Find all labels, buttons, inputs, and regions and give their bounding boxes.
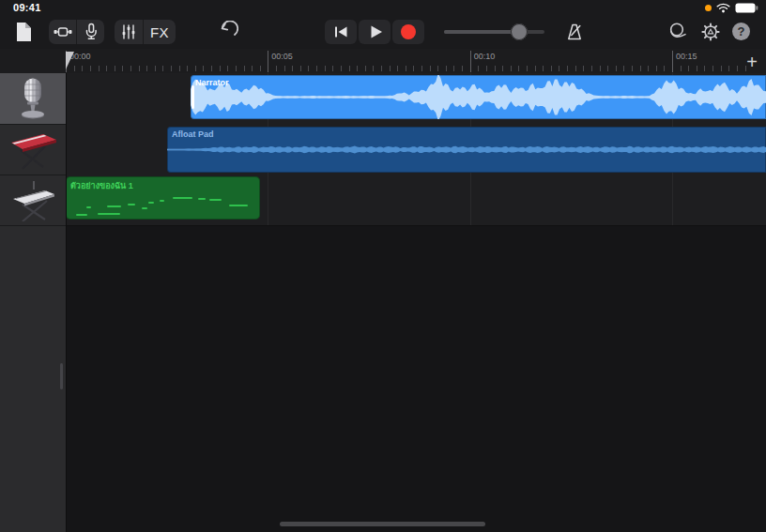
ruler-tick [349, 66, 350, 71]
ruler-tick [495, 66, 496, 71]
ruler-tick [462, 66, 463, 71]
metronome-button[interactable] [562, 20, 587, 44]
battery-icon [735, 3, 758, 13]
track-header-voice[interactable] [0, 73, 66, 125]
ruler-tick [543, 66, 544, 71]
record-button[interactable] [392, 20, 424, 44]
ruler-tick [236, 66, 237, 71]
volume-slider[interactable] [444, 30, 544, 34]
ruler-tick [478, 66, 479, 71]
region-label: Narrator [195, 78, 229, 87]
ruler-tick [203, 66, 204, 71]
ruler-tick [623, 66, 624, 71]
vertical-scrollbar[interactable] [60, 363, 63, 389]
microphone-icon [81, 22, 101, 42]
ruler-tick [591, 66, 592, 71]
help-button[interactable]: ? [732, 23, 750, 40]
gear-icon [700, 22, 721, 42]
ruler-tick [518, 66, 519, 71]
ruler-tick [600, 66, 601, 71]
play-button[interactable] [359, 20, 391, 44]
ruler-tick [292, 66, 293, 71]
playhead[interactable] [66, 52, 75, 70]
ruler-time-label: 00:10 [474, 52, 496, 61]
ruler-tick [106, 66, 107, 71]
loop-icon [666, 21, 688, 43]
ruler-tick [365, 66, 366, 71]
midi-note [98, 213, 120, 215]
track-view-button[interactable] [49, 20, 76, 44]
ruler-tick [284, 66, 285, 71]
ruler-tick [535, 66, 536, 71]
ruler-tick [146, 66, 147, 71]
undo-icon [216, 21, 238, 43]
ruler-tick [381, 66, 382, 71]
ruler-tick [575, 66, 576, 71]
track-header-keys-1[interactable] [0, 124, 66, 175]
transport-controls [325, 20, 424, 44]
midi-note [229, 205, 248, 206]
ruler-tick [430, 66, 431, 71]
sample-midi-region[interactable]: ตัวอย่างของฉัน 1 [66, 176, 260, 220]
view-mic-segmented-control [49, 20, 104, 44]
document-icon [16, 22, 32, 42]
ruler-tick [357, 66, 358, 71]
undo-button[interactable] [214, 20, 240, 44]
midi-note [107, 205, 121, 207]
ruler-tick [300, 66, 301, 71]
ruler-tick [130, 66, 131, 71]
volume-slider-fill [444, 30, 519, 34]
midi-note [142, 207, 147, 209]
time-ruler[interactable]: + 00:0000:0500:1000:15 [0, 49, 766, 74]
ruler-tick [559, 66, 559, 71]
rewind-button[interactable] [325, 20, 357, 44]
ruler-tick [82, 66, 83, 71]
track-header-keys-2[interactable] [0, 175, 66, 226]
narrator-waveform [191, 75, 766, 119]
ruler-tick [688, 66, 689, 71]
ruler-tick [187, 66, 188, 71]
ruler-tick [486, 66, 487, 71]
ruler-tick [406, 66, 406, 71]
midi-note [209, 199, 222, 201]
narrator-region[interactable]: Narrator [191, 75, 766, 119]
track-controls-button[interactable] [115, 20, 143, 44]
ruler-tick [656, 66, 657, 71]
loop-browser-button[interactable] [665, 20, 689, 44]
ruler-tick [397, 66, 398, 71]
ruler-tick [195, 66, 196, 71]
ruler-major-tick [672, 51, 673, 72]
record-icon [398, 22, 419, 42]
region-label: Afloat Pad [172, 129, 214, 139]
wifi-icon [716, 3, 730, 13]
ruler-tick [737, 66, 738, 71]
ruler-tick [502, 66, 503, 71]
horizontal-scrollbar[interactable] [280, 522, 485, 526]
ruler-tick [276, 66, 277, 71]
sliders-icon [119, 23, 138, 41]
afloat-pad-region[interactable]: Afloat Pad [167, 127, 766, 173]
ruler-tick [421, 66, 422, 71]
ruler-tick [220, 66, 221, 71]
mic-in-use-dot [705, 5, 712, 11]
ruler-tick [325, 66, 326, 71]
volume-slider-thumb[interactable] [511, 23, 528, 40]
midi-note [86, 206, 91, 208]
fx-button[interactable]: FX [144, 20, 176, 44]
midi-note [198, 198, 206, 200]
settings-button[interactable] [698, 20, 723, 44]
status-bar: 09:41 [0, 0, 766, 15]
input-instrument-button[interactable] [77, 20, 104, 44]
ruler-tick [527, 66, 528, 71]
ruler-tick [616, 66, 617, 71]
ruler-tick [332, 66, 333, 71]
ruler-tick [244, 66, 245, 71]
ruler-time-label: 00:15 [676, 52, 697, 61]
my-songs-button[interactable] [13, 19, 34, 45]
afloat-pad-waveform [167, 127, 766, 173]
ruler-tick [664, 66, 665, 71]
main-toolbar: FX [0, 15, 766, 50]
track-header-column: + [0, 73, 67, 532]
metronome-icon [564, 22, 585, 42]
trim-handle[interactable] [192, 85, 194, 109]
